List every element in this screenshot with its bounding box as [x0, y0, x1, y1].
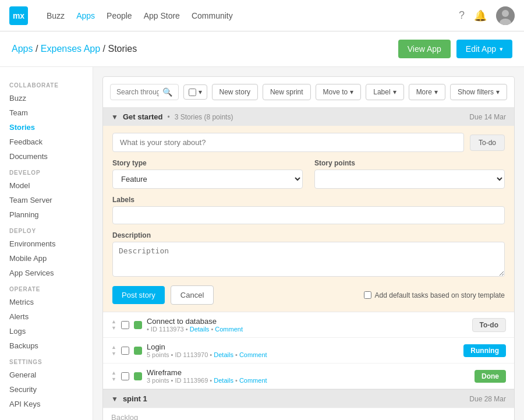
nav-community[interactable]: Community [192, 11, 233, 20]
sidebar-item-api-keys[interactable]: API Keys [0, 397, 93, 411]
story-details-link[interactable]: Details [214, 351, 233, 358]
sidebar-item-environments[interactable]: Environments [0, 237, 93, 251]
sidebar-item-backups[interactable]: Backups [0, 338, 93, 353]
more-chevron-icon: ▾ [434, 88, 438, 96]
breadcrumb-apps[interactable]: Apps [12, 44, 33, 54]
new-sprint-button[interactable]: New sprint [263, 84, 311, 100]
story-sort-controls: ▲ ▼ [111, 319, 116, 331]
search-input[interactable] [116, 88, 159, 96]
label-button[interactable]: Label ▾ [366, 84, 403, 100]
label-chevron-icon: ▾ [393, 88, 396, 96]
nav-buzz[interactable]: Buzz [47, 11, 65, 20]
sidebar-item-model[interactable]: Model [0, 178, 93, 193]
story-comment-link[interactable]: Comment [215, 326, 243, 333]
arrow-up-icon[interactable]: ▲ [111, 319, 116, 324]
story-checkbox[interactable] [121, 372, 129, 380]
arrow-down-icon[interactable]: ▼ [111, 377, 116, 382]
arrow-up-icon[interactable]: ▲ [111, 370, 116, 376]
svg-point-1 [502, 10, 509, 17]
story-checkbox[interactable] [121, 347, 129, 355]
story-title-input[interactable] [112, 133, 464, 152]
story-details-link[interactable]: Details [214, 377, 233, 384]
default-tasks-check[interactable]: Add default tasks based on story templat… [364, 291, 505, 299]
sidebar-item-security[interactable]: Security [0, 382, 93, 397]
checkbox-input[interactable] [189, 89, 196, 96]
story-info: Connect to database • ID 1113973 • Detai… [147, 317, 468, 333]
story-status-badge[interactable]: Running [463, 344, 506, 357]
sidebar-item-alerts[interactable]: Alerts [0, 309, 93, 324]
sidebar-section-collaborate: COLLABORATE [0, 76, 93, 91]
checkbox-chevron-icon: ▾ [199, 88, 202, 96]
sidebar-item-team[interactable]: Team [0, 105, 93, 120]
stories-toolbar: 🔍 ▾ New story New sprint Move to ▾ Label… [103, 77, 514, 108]
story-sort-controls: ▲ ▼ [111, 345, 116, 357]
sprint2-due-date: Due 28 Mar [469, 395, 506, 403]
arrow-up-icon[interactable]: ▲ [111, 345, 116, 350]
description-textarea[interactable] [112, 242, 505, 277]
post-story-button[interactable]: Post story [112, 286, 165, 304]
story-title: Wireframe [147, 368, 470, 377]
nav-appstore[interactable]: App Store [144, 11, 180, 20]
logo[interactable]: mx [9, 6, 28, 25]
nav-apps[interactable]: Apps [76, 11, 95, 20]
bell-icon[interactable]: 🔔 [474, 9, 487, 22]
table-row: ▲ ▼ Connect to database • ID 1113973 • D… [103, 312, 514, 338]
story-checkbox[interactable] [121, 321, 129, 329]
partial-story-row: Backlog [103, 408, 514, 420]
help-icon[interactable]: ? [459, 9, 465, 22]
table-row: ▲ ▼ Login 5 points • ID 1113970 • Detail… [103, 338, 514, 363]
story-select-checkbox[interactable]: ▾ [183, 84, 207, 100]
labels-input[interactable] [112, 206, 505, 224]
nav-people[interactable]: People [107, 11, 132, 20]
filters-chevron-icon: ▾ [496, 88, 500, 96]
arrow-down-icon[interactable]: ▼ [111, 326, 116, 331]
sprint-meta: • [168, 113, 170, 121]
sidebar-section-deploy: DEPLOY [0, 222, 93, 237]
partial-story-label: Backlog [111, 413, 138, 420]
sidebar-item-feedback[interactable]: Feedback [0, 135, 93, 149]
cancel-button[interactable]: Cancel [171, 285, 214, 305]
sidebar-item-stories[interactable]: Stories [0, 120, 93, 135]
sidebar-item-team-server[interactable]: Team Server [0, 193, 93, 207]
sprint2-chevron-icon[interactable]: ▼ [111, 395, 118, 403]
edit-app-button[interactable]: Edit App ▾ [456, 40, 512, 58]
sidebar-item-mobile-app[interactable]: Mobile App [0, 251, 93, 266]
sprint2-name: spint 1 [123, 394, 147, 403]
story-comment-link[interactable]: Comment [239, 377, 267, 384]
sprint-chevron-icon[interactable]: ▼ [111, 113, 118, 121]
default-tasks-label: Add default tasks based on story templat… [375, 291, 505, 299]
view-app-button[interactable]: View App [398, 40, 451, 58]
story-points-select[interactable]: 1 2 3 5 8 [314, 170, 505, 189]
story-title: Connect to database [147, 317, 468, 326]
sidebar-item-logs[interactable]: Logs [0, 324, 93, 338]
labels-group: Labels [112, 196, 505, 224]
new-story-button[interactable]: New story [212, 84, 258, 100]
breadcrumb-expenses[interactable]: Expenses App [41, 44, 100, 54]
sidebar-section-operate: OPERATE [0, 280, 93, 295]
story-type-icon [134, 321, 142, 329]
story-status-dropdown[interactable]: To-do [470, 135, 505, 151]
form-title-row: To-do [112, 133, 505, 152]
default-tasks-checkbox[interactable] [364, 291, 371, 299]
story-type-select[interactable]: Feature Bug Chore Release [112, 170, 303, 189]
sidebar-item-app-services[interactable]: App Services [0, 266, 93, 280]
story-comment-link[interactable]: Comment [239, 351, 267, 358]
story-details-link[interactable]: Details [190, 326, 210, 333]
arrow-down-icon[interactable]: ▼ [111, 351, 116, 357]
move-to-button[interactable]: Move to ▾ [316, 84, 362, 100]
sidebar-item-documents[interactable]: Documents [0, 149, 93, 164]
sidebar-item-buzz[interactable]: Buzz [0, 91, 93, 105]
story-info: Login 5 points • ID 1113970 • Details • … [147, 343, 459, 358]
sidebar-item-metrics[interactable]: Metrics [0, 295, 93, 309]
story-status-badge[interactable]: To-do [472, 318, 506, 332]
show-filters-button[interactable]: Show filters ▾ [450, 84, 507, 100]
avatar[interactable] [496, 6, 515, 25]
story-points-label: Story points [314, 159, 505, 167]
story-meta: 5 points • ID 1113970 • Details • Commen… [147, 351, 459, 358]
sidebar-item-planning[interactable]: Planning [0, 207, 93, 222]
story-meta: • ID 1113973 • Details • Comment [147, 326, 468, 333]
sidebar-item-general[interactable]: General [0, 368, 93, 382]
story-status-badge[interactable]: Done [475, 370, 506, 383]
nav-icons: ? 🔔 [459, 6, 515, 25]
more-button[interactable]: More ▾ [409, 84, 445, 100]
